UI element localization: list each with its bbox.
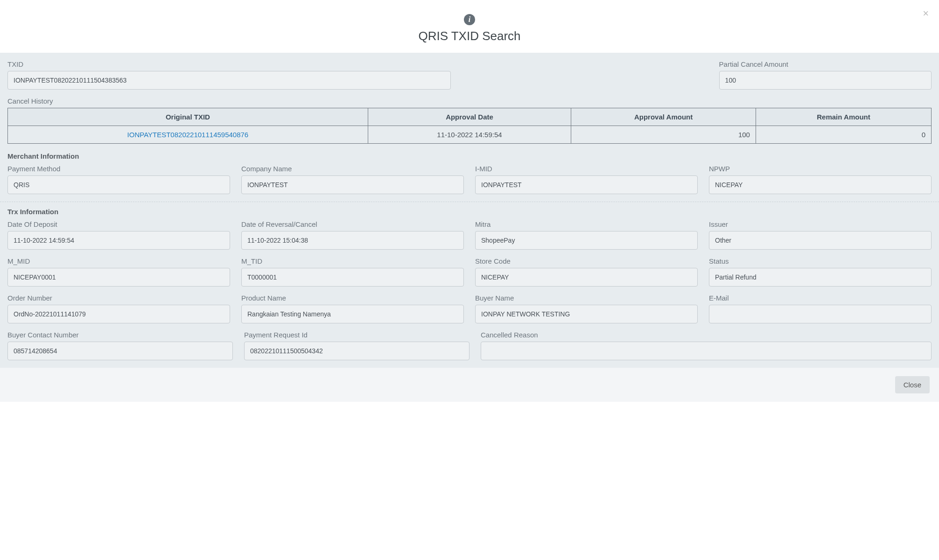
col-remain-amount: Remain Amount	[756, 108, 931, 126]
issuer-field: Other	[709, 231, 932, 250]
mitra-label: Mitra	[475, 220, 698, 228]
store-code-field: NICEPAY	[475, 268, 698, 287]
issuer-label: Issuer	[709, 220, 932, 228]
col-approval-amount: Approval Amount	[571, 108, 756, 126]
date-deposit-label: Date Of Deposit	[7, 220, 230, 228]
modal-footer: Close	[0, 368, 939, 402]
partial-cancel-label: Partial Cancel Amount	[719, 60, 932, 68]
order-number-field: OrdNo-20221011141079	[7, 305, 230, 323]
m-mid-label: M_MID	[7, 257, 230, 265]
table-row: IONPAYTEST08202210111459540876 11-10-202…	[8, 126, 932, 144]
col-approval-date: Approval Date	[368, 108, 571, 126]
approval-amount-cell: 100	[571, 126, 756, 144]
product-name-label: Product Name	[241, 294, 464, 302]
modal-body: TXID IONPAYTEST08202210111504383563 Part…	[0, 53, 939, 368]
status-field: Partial Refund	[709, 268, 932, 287]
info-icon: i	[464, 14, 475, 25]
remain-amount-cell: 0	[756, 126, 931, 144]
buyer-name-field: IONPAY NETWORK TESTING	[475, 305, 698, 323]
npwp-field: NICEPAY	[709, 175, 932, 194]
store-code-label: Store Code	[475, 257, 698, 265]
col-original-txid: Original TXID	[8, 108, 368, 126]
cancel-history-table: Original TXID Approval Date Approval Amo…	[7, 108, 932, 144]
merchant-info-title: Merchant Information	[7, 152, 932, 160]
table-header-row: Original TXID Approval Date Approval Amo…	[8, 108, 932, 126]
m-tid-label: M_TID	[241, 257, 464, 265]
date-reversal-label: Date of Reversal/Cancel	[241, 220, 464, 228]
payment-method-field: QRIS	[7, 175, 230, 194]
m-tid-field: T0000001	[241, 268, 464, 287]
close-icon[interactable]: ×	[923, 8, 929, 19]
trx-info-title: Trx Information	[7, 208, 932, 216]
txid-field: IONPAYTEST08202210111504383563	[7, 71, 451, 90]
txid-label: TXID	[7, 60, 451, 68]
page-title: QRIS TXID Search	[7, 29, 932, 43]
status-label: Status	[709, 257, 932, 265]
company-name-field: IONPAYTEST	[241, 175, 464, 194]
buyer-contact-label: Buyer Contact Number	[7, 331, 233, 339]
cancelled-reason-field	[481, 342, 932, 360]
buyer-name-label: Buyer Name	[475, 294, 698, 302]
email-label: E-Mail	[709, 294, 932, 302]
imid-label: I-MID	[475, 165, 698, 173]
m-mid-field: NICEPAY0001	[7, 268, 230, 287]
npwp-label: NPWP	[709, 165, 932, 173]
modal-header: × i QRIS TXID Search	[0, 0, 939, 53]
imid-field: IONPAYTEST	[475, 175, 698, 194]
payment-request-label: Payment Request Id	[244, 331, 470, 339]
payment-request-field: 08202210111500504342	[244, 342, 470, 360]
company-name-label: Company Name	[241, 165, 464, 173]
product-name-field: Rangkaian Testing Namenya	[241, 305, 464, 323]
cancelled-reason-label: Cancelled Reason	[481, 331, 932, 339]
partial-cancel-field: 100	[719, 71, 932, 90]
approval-date-cell: 11-10-2022 14:59:54	[368, 126, 571, 144]
email-field	[709, 305, 932, 323]
close-button[interactable]: Close	[895, 376, 930, 393]
buyer-contact-field: 085714208654	[7, 342, 233, 360]
mitra-field: ShopeePay	[475, 231, 698, 250]
date-reversal-field: 11-10-2022 15:04:38	[241, 231, 464, 250]
divider	[0, 202, 939, 202]
date-deposit-field: 11-10-2022 14:59:54	[7, 231, 230, 250]
cancel-history-label: Cancel History	[7, 97, 932, 105]
original-txid-link[interactable]: IONPAYTEST08202210111459540876	[127, 131, 249, 139]
payment-method-label: Payment Method	[7, 165, 230, 173]
order-number-label: Order Number	[7, 294, 230, 302]
